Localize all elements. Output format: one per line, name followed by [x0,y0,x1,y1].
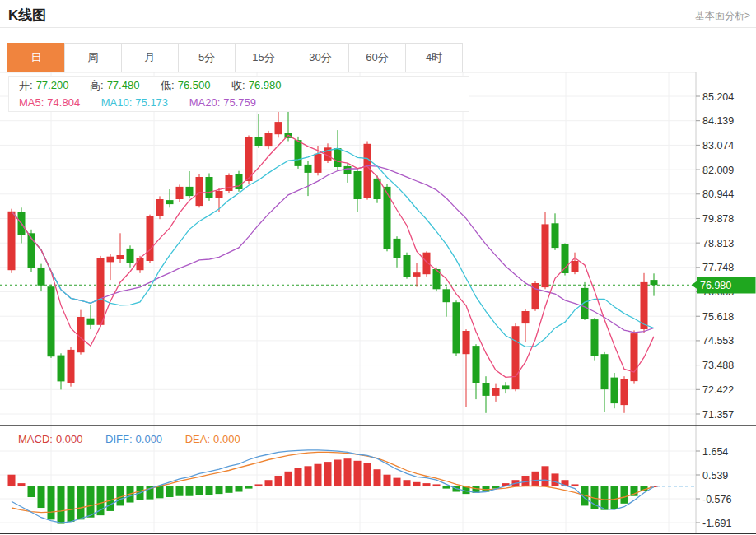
macd-hist-bar [48,486,55,519]
tab-period-日[interactable]: 日 [7,43,65,72]
candle-body [38,268,45,286]
period-tabbar: 日周月5分15分30分60分4时 [8,43,463,72]
open-label: 开: [19,79,33,91]
price-axis-label: 83.074 [702,140,734,151]
macd-axis-label: 0.539 [702,470,728,482]
macd-axis-label: 1.654 [702,446,728,458]
candle-body [186,187,194,196]
candle-body [226,175,233,191]
macd-hist-bar [532,472,539,486]
macd-hist-bar [413,482,421,486]
candle-body [117,255,124,259]
macd-hist-bar [364,463,371,486]
dea-label: DEA: [185,433,210,445]
diff-value: 0.000 [136,433,163,445]
tab-period-4时[interactable]: 4时 [405,43,463,72]
candle-body [443,289,450,302]
price-axis-label: 84.139 [702,115,734,127]
candle-body [562,244,569,273]
candle-body [384,187,391,249]
candle-body [621,379,628,405]
ma10-value: 75.173 [135,96,168,109]
macd-hist-bar [28,486,35,497]
ohlc-legend-row: 开:77.200 高:77.480 低:76.500 收:76.980 [9,77,469,94]
candle-body [58,356,65,382]
macd-hist-bar [8,475,16,486]
candle-body [8,212,16,270]
high-value: 77.480 [107,79,140,91]
low-label: 低: [161,79,175,91]
tab-period-5分[interactable]: 5分 [178,43,236,72]
macd-hist-bar [315,464,322,486]
macd-hist-bar [334,460,342,487]
dea-value: 0.000 [213,433,240,445]
candle-body [601,354,609,389]
macd-hist-bar [176,486,184,496]
tab-period-30分[interactable]: 30分 [292,43,349,72]
candle-body [127,249,134,263]
macd-hist-bar [285,472,292,486]
macd-hist-bar [611,486,618,509]
close-value: 76.980 [249,79,282,91]
candle-body [166,200,174,204]
candle-body [295,140,302,166]
candle-body [591,319,599,356]
candle-body [68,350,75,383]
macd-hist-bar [404,480,411,486]
candle-body [631,333,638,381]
price-axis-label: 73.488 [702,360,734,371]
macd-hist-bar [295,468,302,486]
price-axis-label: 78.813 [702,238,734,249]
candle-body [48,286,55,356]
candle-body [542,224,549,287]
macd-legend: MACD:0.000 DIFF:0.000 DEA:0.000 [18,433,244,445]
macd-hist-bar [216,486,223,494]
macd-hist-bar [374,469,381,486]
ma20-label: MA20: [189,96,221,109]
macd-hist-bar [87,486,95,518]
candle-body [651,280,658,285]
candle-body [97,258,105,324]
candle-body [413,272,421,277]
candle-body [236,174,243,189]
candle-body [315,154,322,173]
tab-period-15分[interactable]: 15分 [235,43,292,72]
candle-body [364,144,371,198]
macd-hist-bar [166,486,174,497]
kline-page: { "header": { "title": "K线图", "link": "基… [0,0,756,535]
macd-hist-bar [245,486,253,489]
candle-body [581,288,589,319]
ma20-value: 75.759 [223,96,256,109]
macd-hist-bar [68,486,75,522]
macd-hist-bar [552,473,559,486]
open-value: 77.200 [36,79,69,91]
macd-hist-bar [423,483,431,486]
tab-period-月[interactable]: 月 [121,43,179,72]
candle-body [512,326,520,389]
ma10-label: MA10: [101,96,133,109]
tab-period-60分[interactable]: 60分 [348,43,406,72]
candle-body [196,177,203,206]
candle-body [483,383,490,396]
candle-body [107,257,114,263]
low-value: 76.500 [178,79,211,91]
candle-body [305,165,312,173]
macd-axis-label: -0.576 [702,494,731,505]
macd-hist-bar [572,484,579,486]
candle-body [492,388,500,396]
tab-period-周[interactable]: 周 [64,43,122,72]
price-axis-label: 72.422 [702,384,734,396]
candle-body [255,137,263,146]
price-axis-label: 85.204 [702,91,734,103]
macd-hist-bar [236,486,243,492]
macd-hist-bar [384,475,391,486]
candle-body [354,171,362,199]
macd-value: 0.000 [56,433,83,445]
candle-body [265,133,273,146]
candle-body [334,148,342,167]
macd-hist-bar [601,486,609,510]
price-axis-label: 80.944 [702,188,734,200]
candle-body [275,122,282,134]
candle-body [137,258,144,270]
candle-body [216,191,223,198]
